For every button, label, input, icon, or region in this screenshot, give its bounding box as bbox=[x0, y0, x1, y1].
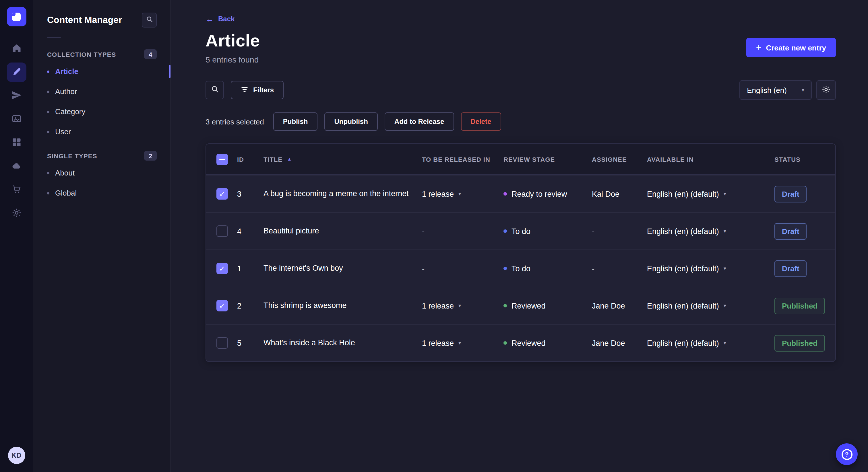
nav-media-library-button[interactable] bbox=[7, 109, 26, 129]
column-header-status[interactable]: STATUS bbox=[774, 156, 835, 163]
row-checkbox[interactable] bbox=[216, 263, 228, 274]
cell-status: Draft bbox=[774, 223, 835, 239]
cell-to-be-released-in[interactable]: - ▾ bbox=[422, 227, 503, 235]
sidebar-item-author[interactable]: Author bbox=[33, 81, 170, 102]
row-checkbox[interactable] bbox=[216, 337, 228, 349]
locale-select[interactable]: English (en) ▾ bbox=[739, 80, 812, 100]
sidebar-search-button[interactable] bbox=[142, 12, 157, 28]
chevron-down-icon: ▾ bbox=[458, 191, 461, 196]
nav-home-button[interactable] bbox=[7, 39, 26, 59]
stage-label: Reviewed bbox=[512, 339, 546, 347]
stage-dot-icon bbox=[503, 192, 507, 196]
status-label: Published bbox=[782, 301, 817, 310]
chevron-down-icon: ▾ bbox=[458, 303, 461, 308]
select-all-checkbox[interactable] bbox=[216, 154, 228, 165]
cell-title[interactable]: What's inside a Black Hole bbox=[264, 325, 422, 361]
cell-to-be-released-in[interactable]: 1 release ▾ bbox=[422, 301, 503, 310]
row-checkbox[interactable] bbox=[216, 225, 228, 237]
table-row[interactable]: 2 This shrimp is awesome 1 release ▾ Rev… bbox=[206, 287, 835, 324]
locale-label: English (en) (default) bbox=[647, 301, 719, 310]
home-icon bbox=[11, 43, 22, 55]
column-header-to-be-released-in[interactable]: TO BE RELEASED IN bbox=[422, 156, 503, 163]
bullet-icon bbox=[47, 131, 50, 133]
locale-label: English (en) (default) bbox=[647, 190, 719, 198]
locale-label: English (en) (default) bbox=[647, 227, 719, 235]
gear-icon bbox=[11, 207, 22, 220]
cell-title[interactable]: Beautiful picture bbox=[264, 213, 422, 249]
nav-cloud-button[interactable] bbox=[7, 157, 26, 176]
back-link[interactable]: ← Back bbox=[206, 15, 235, 23]
nav-settings-button[interactable] bbox=[7, 204, 26, 223]
collection-types-list: Article Author Category User bbox=[33, 61, 170, 142]
stage-dot-icon bbox=[503, 229, 507, 233]
cell-title[interactable]: A bug is becoming a meme on the internet bbox=[264, 175, 422, 212]
sidebar-item-global[interactable]: Global bbox=[33, 183, 170, 203]
plus-icon: + bbox=[756, 43, 762, 52]
table-row[interactable]: 5 What's inside a Black Hole 1 release ▾… bbox=[206, 324, 835, 361]
cell-select-all bbox=[206, 154, 237, 165]
chevron-down-icon: ▾ bbox=[802, 88, 804, 93]
sidebar-item-user[interactable]: User bbox=[33, 122, 170, 142]
nav-content-manager-button[interactable] bbox=[7, 63, 26, 82]
collection-types-count-badge: 4 bbox=[144, 49, 157, 59]
sidebar-item-category[interactable]: Category bbox=[33, 102, 170, 122]
stage-dot-icon bbox=[503, 267, 507, 270]
unpublish-button[interactable]: Unpublish bbox=[324, 112, 378, 131]
row-checkbox[interactable] bbox=[216, 188, 228, 200]
column-header-assignee[interactable]: ASSIGNEE bbox=[592, 156, 647, 163]
cell-to-be-released-in[interactable]: - ▾ bbox=[422, 264, 503, 273]
cell-assignee: Jane Doe bbox=[592, 301, 647, 310]
column-header-review-stage[interactable]: REVIEW STAGE bbox=[503, 156, 592, 163]
filters-button[interactable]: Filters bbox=[231, 81, 284, 99]
nav-rail: KD bbox=[0, 0, 33, 472]
strapi-logo[interactable] bbox=[7, 7, 26, 26]
cell-available-in[interactable]: English (en) (default) ▾ bbox=[647, 227, 774, 235]
chevron-down-icon: ▾ bbox=[458, 340, 461, 345]
nav-transfer-button[interactable] bbox=[7, 86, 26, 105]
app: KD Content Manager COLLECTION TYPES 4 Ar… bbox=[0, 0, 868, 472]
page-title: Article bbox=[206, 31, 260, 50]
cell-checkbox bbox=[206, 263, 237, 274]
delete-button[interactable]: Delete bbox=[461, 112, 501, 131]
nav-content-type-builder-button[interactable] bbox=[7, 133, 26, 153]
cell-checkbox bbox=[206, 225, 237, 237]
search-button[interactable] bbox=[206, 81, 224, 99]
sidebar-item-about[interactable]: About bbox=[33, 163, 170, 183]
cell-review-stage: Reviewed bbox=[503, 301, 592, 310]
table-row[interactable]: 3 A bug is becoming a meme on the intern… bbox=[206, 175, 835, 212]
cell-to-be-released-in[interactable]: 1 release ▾ bbox=[422, 190, 503, 198]
cell-available-in[interactable]: English (en) (default) ▾ bbox=[647, 339, 774, 347]
user-avatar[interactable]: KD bbox=[8, 447, 25, 464]
table-settings-button[interactable] bbox=[816, 80, 836, 100]
pen-icon bbox=[11, 66, 22, 78]
cell-title[interactable]: This shrimp is awesome bbox=[264, 287, 422, 324]
status-badge: Published bbox=[774, 297, 825, 314]
sidebar-item-article[interactable]: Article bbox=[33, 61, 170, 81]
cell-title[interactable]: The internet's Own boy bbox=[264, 250, 422, 287]
cell-to-be-released-in[interactable]: 1 release ▾ bbox=[422, 339, 503, 347]
help-button[interactable]: ? bbox=[836, 443, 858, 465]
cell-id: 4 bbox=[237, 227, 264, 235]
layout-icon bbox=[11, 137, 22, 149]
table-row[interactable]: 4 Beautiful picture - ▾ To do - English … bbox=[206, 212, 835, 249]
add-to-release-button[interactable]: Add to Release bbox=[384, 112, 454, 131]
section-label-single-types: SINGLE TYPES bbox=[47, 152, 97, 159]
cell-available-in[interactable]: English (en) (default) ▾ bbox=[647, 301, 774, 310]
table-row[interactable]: 1 The internet's Own boy - ▾ To do - Eng… bbox=[206, 249, 835, 287]
cell-review-stage: Ready to review bbox=[503, 190, 592, 198]
column-header-title[interactable]: TITLE ▲ bbox=[264, 156, 422, 163]
column-header-id[interactable]: ID bbox=[237, 156, 264, 163]
cell-available-in[interactable]: English (en) (default) ▾ bbox=[647, 264, 774, 273]
page-heading: Article 5 entries found bbox=[206, 31, 260, 64]
nav-marketplace-button[interactable] bbox=[7, 180, 26, 200]
collection-types-section: COLLECTION TYPES 4 Article Author Catego… bbox=[33, 49, 170, 142]
chevron-down-icon: ▾ bbox=[724, 229, 726, 234]
entries-count: 5 entries found bbox=[206, 55, 260, 64]
create-new-entry-button[interactable]: + Create new entry bbox=[746, 38, 836, 57]
row-checkbox[interactable] bbox=[216, 300, 228, 311]
column-header-available-in[interactable]: AVAILABLE IN bbox=[647, 156, 774, 163]
cell-available-in[interactable]: English (en) (default) ▾ bbox=[647, 190, 774, 198]
sidebar-title: Content Manager bbox=[47, 15, 122, 25]
chevron-down-icon: ▾ bbox=[724, 191, 726, 196]
publish-button[interactable]: Publish bbox=[273, 112, 318, 131]
